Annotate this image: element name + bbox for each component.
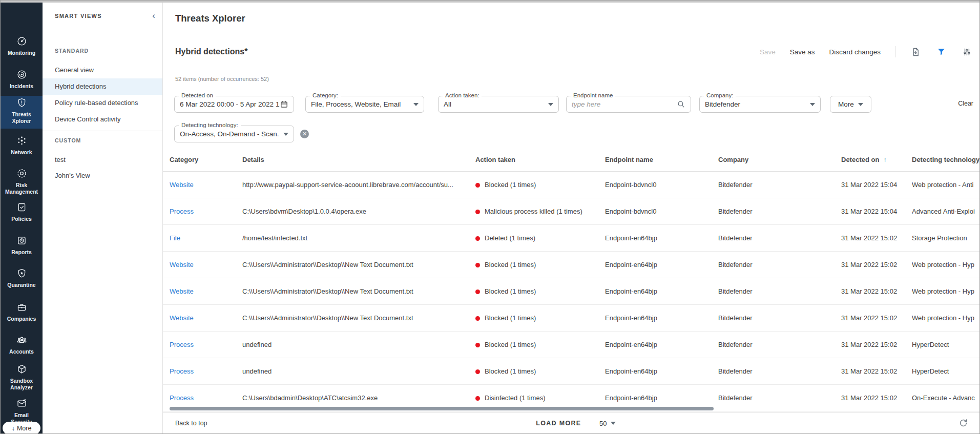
collapse-panel-icon[interactable]: ‹ <box>152 13 155 19</box>
detected-on-filter[interactable]: Detected on 6 Mar 2022 00:00 - 5 Apr 202… <box>174 96 294 113</box>
table-footer: Back to top LOAD MORE 50 <box>163 412 979 433</box>
column-header-action-taken[interactable]: Action taken <box>475 156 605 163</box>
save-as-button[interactable]: Save as <box>790 48 815 56</box>
table-body: Websitehttp://www.paypal-support-service… <box>163 172 979 411</box>
detecting-technology-filter[interactable]: Detecting technology: On-Access, On-Dema… <box>174 126 294 142</box>
endpoint-name-filter[interactable]: Endpoint name <box>566 96 691 113</box>
chevron-down-icon <box>810 103 815 106</box>
sidebar-item-monitoring[interactable]: Monitoring <box>1 34 43 56</box>
cell-detecting-technology: Web protection - Hyp <box>912 287 979 295</box>
export-icon[interactable] <box>910 46 921 57</box>
sidebar-item-policies[interactable]: Policies <box>1 200 43 222</box>
more-button[interactable]: ↓ More <box>3 422 40 434</box>
table-row[interactable]: File/home/test/infected.txtDeleted (1 ti… <box>163 225 979 252</box>
sidebar-item-email-security[interactable]: EmailSecurity <box>1 397 43 425</box>
threats-xplorer-icon <box>1 97 43 110</box>
view-item-policy-rule-based-detections[interactable]: Policy rule-based detections <box>43 95 162 111</box>
table-row[interactable]: ProcessundefinedBlocked (1 times)Endpoin… <box>163 358 979 385</box>
window-top-strip <box>1 1 979 3</box>
arrow-down-icon: ↓ <box>12 425 15 432</box>
sidebar-item-accounts[interactable]: Accounts <box>1 333 43 355</box>
sidebar-item-threats-xplorer[interactable]: ThreatsXplorer <box>1 96 43 129</box>
table-row[interactable]: WebsiteC:\\Users\\Administrator\\Desktop… <box>163 252 979 278</box>
cell-action-taken: Disinfected (1 times) <box>475 394 605 402</box>
table-row[interactable]: Websitehttp://www.paypal-support-service… <box>163 172 979 198</box>
cell-detecting-technology: HyperDetect <box>912 367 979 375</box>
cell-company: Bitdefender <box>718 208 841 215</box>
table-row[interactable]: WebsiteC:\\Users\\Administrator\\Desktop… <box>163 305 979 332</box>
remove-filter-icon[interactable]: ✕ <box>300 130 309 138</box>
view-item-device-control-activity[interactable]: Device Control activity <box>43 111 162 128</box>
column-header-endpoint-name[interactable]: Endpoint name <box>605 156 718 163</box>
save-button[interactable]: Save <box>760 48 776 56</box>
category-filter[interactable]: Category: File, Process, Website, Email <box>305 96 424 113</box>
column-header-detecting-technology[interactable]: Detecting technology <box>912 156 979 163</box>
cell-category: Process <box>170 367 242 375</box>
view-item-hybrid-detections[interactable]: Hybrid detections <box>43 78 162 95</box>
refresh-icon[interactable] <box>958 418 968 430</box>
category-link[interactable]: Process <box>170 341 194 348</box>
column-header-details[interactable]: Details <box>242 156 475 163</box>
cell-endpoint-name: Endpoint-bdvncl0 <box>605 208 718 215</box>
more-filters-button[interactable]: More <box>830 96 871 113</box>
endpoint-name-input[interactable] <box>572 100 677 108</box>
category-link[interactable]: Process <box>170 208 194 215</box>
settings-sliders-icon[interactable] <box>961 46 972 57</box>
clear-filters-link[interactable]: Clear <box>958 100 973 107</box>
cell-detecting-technology: Web protection - Hyp <box>912 261 979 268</box>
column-header-detected-on[interactable]: Detected on↑ <box>841 156 912 163</box>
cell-endpoint-name: Endpoint-en64bjp <box>605 394 718 402</box>
company-filter[interactable]: Company: Bitdefender <box>699 96 821 113</box>
table-row[interactable]: ProcessC:\Users\bdvm\Desktop\1.0.0.4\ope… <box>163 198 979 225</box>
sidebar-item-quarantine[interactable]: Quarantine <box>1 266 43 288</box>
cell-category: Website <box>170 181 242 189</box>
category-link[interactable]: File <box>170 234 180 242</box>
views-section-custom: CUSTOMtestJohn's View <box>43 137 162 183</box>
view-item-test[interactable]: test <box>43 152 162 168</box>
column-header-company[interactable]: Company <box>718 156 841 163</box>
cell-action-taken: Deleted (1 times) <box>475 234 605 242</box>
sidebar-item-sandbox-analyzer[interactable]: SandboxAnalyzer <box>1 362 43 390</box>
sidebar-item-incidents[interactable]: Incidents <box>1 68 43 90</box>
cell-endpoint-name: Endpoint-en64bjp <box>605 287 718 295</box>
view-item-john-s-view[interactable]: John's View <box>43 168 162 183</box>
search-icon <box>677 100 685 109</box>
cell-category: File <box>170 234 242 242</box>
column-header-category[interactable]: Category <box>170 156 242 163</box>
incidents-icon <box>1 69 43 81</box>
sidebar-item-label: RiskManagement <box>1 182 43 195</box>
sidebar-item-network[interactable]: Network <box>1 134 43 156</box>
items-summary: 52 items (number of occurrences: 52) <box>175 76 269 82</box>
category-link[interactable]: Website <box>170 287 194 295</box>
sidebar-item-risk-management[interactable]: RiskManagement <box>1 167 43 195</box>
cell-category: Process <box>170 208 242 215</box>
page-size-dropdown[interactable]: 50 <box>599 420 616 427</box>
sidebar-item-companies[interactable]: Companies <box>1 300 43 322</box>
category-link[interactable]: Website <box>170 261 194 268</box>
category-link[interactable]: Process <box>170 394 194 402</box>
cell-endpoint-name: Endpoint-en64bjp <box>605 261 718 268</box>
status-dot-icon <box>475 343 480 347</box>
load-more-button[interactable]: LOAD MORE <box>536 420 581 427</box>
cell-action-taken: Blocked (1 times) <box>475 261 605 268</box>
status-dot-icon <box>475 396 480 401</box>
smart-views-title: SMART VIEWS <box>55 13 102 19</box>
cell-company: Bitdefender <box>718 287 841 295</box>
cell-detecting-technology: Storage Protection <box>912 234 979 242</box>
back-to-top-link[interactable]: Back to top <box>175 420 207 427</box>
reports-icon <box>1 235 43 247</box>
filter-icon[interactable] <box>935 46 947 57</box>
category-link[interactable]: Website <box>170 181 194 189</box>
table-row[interactable]: ProcessundefinedBlocked (1 times)Endpoin… <box>163 332 979 358</box>
view-item-general-view[interactable]: General view <box>43 62 162 78</box>
chevron-down-icon <box>283 133 288 136</box>
category-link[interactable]: Process <box>170 367 194 375</box>
horizontal-scrollbar[interactable] <box>170 407 714 410</box>
action-taken-filter[interactable]: Action taken: All <box>438 96 559 113</box>
table-row[interactable]: WebsiteC:\\Users\\Administrator\\Desktop… <box>163 278 979 305</box>
discard-changes-button[interactable]: Discard changes <box>829 48 881 56</box>
sidebar-item-reports[interactable]: Reports <box>1 234 43 256</box>
companies-icon <box>1 302 43 314</box>
category-link[interactable]: Website <box>170 314 194 322</box>
cell-endpoint-name: Endpoint-en64bjp <box>605 367 718 375</box>
